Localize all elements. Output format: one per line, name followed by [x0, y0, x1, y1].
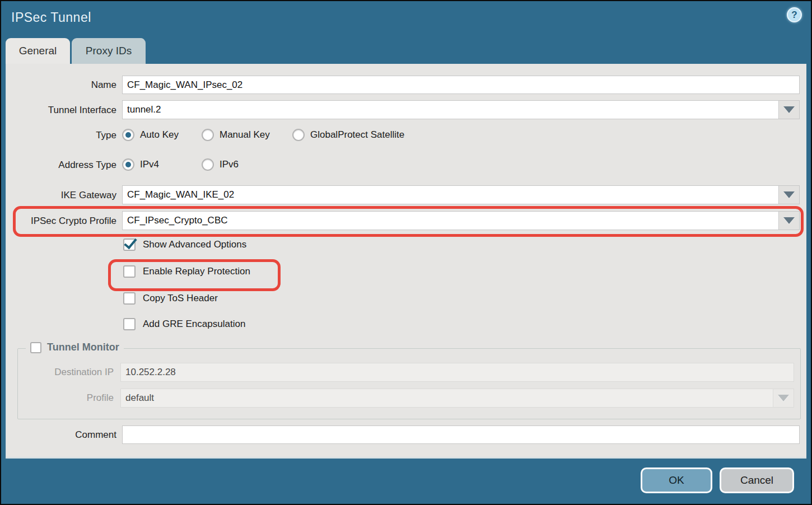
name-input[interactable] [123, 76, 799, 93]
comment-input[interactable] [123, 426, 799, 443]
ipsec-crypto-profile-label: IPSec Crypto Profile [6, 216, 116, 227]
checkbox-add-gre-encapsulation[interactable]: Add GRE Encapsulation [123, 318, 245, 330]
name-label: Name [6, 80, 116, 91]
destination-ip-field: 10.252.2.28 [120, 363, 794, 382]
checkbox-icon [123, 265, 136, 278]
chevron-down-icon [783, 191, 795, 198]
cancel-button-label: Cancel [740, 474, 773, 487]
dialog-titlebar: IPSec Tunnel ? [1, 1, 811, 37]
checkbox-icon [123, 292, 136, 305]
checkbox-icon [30, 342, 41, 353]
ipsec-crypto-profile-dropdown-button[interactable] [778, 212, 799, 230]
profile-dropdown-button [773, 389, 794, 407]
checkbox-enable-replay-protection-label: Enable Replay Protection [143, 266, 250, 277]
name-field-wrap [122, 76, 800, 94]
tunnel-monitor-group: Tunnel Monitor [17, 348, 801, 419]
checkbox-enable-replay-protection[interactable]: Enable Replay Protection [123, 265, 250, 278]
radio-globalprotect-satellite-label: GlobalProtect Satellite [310, 129, 404, 141]
tab-general-label: General [19, 45, 57, 57]
ike-gateway-select[interactable]: CF_Magic_WAN_IKE_02 [122, 185, 800, 204]
checkbox-icon [123, 239, 136, 251]
radio-icon [292, 129, 305, 141]
checkbox-icon [123, 318, 136, 330]
tunnel-interface-label: Tunnel Interface [6, 105, 116, 116]
profile-label: Profile [6, 392, 114, 404]
tab-general[interactable]: General [6, 38, 70, 64]
chevron-down-icon [778, 395, 789, 401]
tab-proxy-ids[interactable]: Proxy IDs [72, 38, 146, 64]
radio-manual-key-label: Manual Key [220, 129, 270, 141]
comment-label: Comment [6, 429, 116, 441]
ipsec-tunnel-dialog: IPSec Tunnel ? General Proxy IDs Name Tu… [0, 0, 812, 505]
radio-icon [122, 158, 134, 171]
profile-select: default [120, 389, 794, 408]
destination-ip-label: Destination IP [6, 367, 114, 378]
profile-value: default [125, 389, 771, 407]
radio-globalprotect-satellite[interactable]: GlobalProtect Satellite [292, 129, 404, 141]
ok-button[interactable]: OK [641, 467, 712, 493]
radio-auto-key-label: Auto Key [140, 129, 179, 141]
chevron-down-icon [783, 106, 795, 113]
ike-gateway-label: IKE Gateway [6, 190, 116, 201]
radio-ipv4-label: IPv4 [140, 159, 159, 170]
general-tab-panel: Name Tunnel Interface tunnel.2 Type Auto… [6, 64, 806, 459]
tunnel-interface-select[interactable]: tunnel.2 [122, 100, 800, 119]
checkbox-show-advanced-options[interactable]: Show Advanced Options [123, 239, 246, 251]
help-icon[interactable]: ? [787, 7, 802, 22]
tab-proxy-ids-label: Proxy IDs [86, 45, 132, 57]
chevron-down-icon [783, 217, 795, 224]
tunnel-interface-dropdown-button[interactable] [778, 101, 799, 119]
ipsec-crypto-profile-select[interactable]: CF_IPsec_Crypto_CBC [122, 211, 800, 230]
tunnel-monitor-label: Tunnel Monitor [47, 342, 119, 353]
radio-ipv6-label: IPv6 [220, 159, 239, 170]
ike-gateway-value: CF_Magic_WAN_IKE_02 [127, 186, 777, 204]
address-type-label: Address Type [6, 160, 116, 171]
checkbox-show-advanced-options-label: Show Advanced Options [143, 239, 246, 250]
checkbox-copy-tos-header[interactable]: Copy ToS Header [123, 292, 218, 305]
ike-gateway-dropdown-button[interactable] [778, 186, 799, 204]
type-label: Type [6, 130, 116, 141]
checkbox-copy-tos-header-label: Copy ToS Header [143, 293, 218, 304]
radio-ipv4[interactable]: IPv4 [122, 158, 159, 171]
radio-manual-key[interactable]: Manual Key [202, 129, 270, 141]
checkbox-tunnel-monitor[interactable]: Tunnel Monitor [26, 342, 124, 353]
radio-auto-key[interactable]: Auto Key [122, 129, 179, 141]
tunnel-interface-value: tunnel.2 [127, 101, 777, 119]
ok-button-label: OK [669, 474, 684, 487]
radio-icon [202, 129, 214, 141]
dialog-title: IPSec Tunnel [11, 10, 91, 25]
radio-icon [122, 129, 134, 141]
ipsec-crypto-profile-value: CF_IPsec_Crypto_CBC [127, 212, 777, 230]
radio-ipv6[interactable]: IPv6 [202, 158, 239, 171]
radio-icon [202, 158, 214, 171]
checkbox-add-gre-encapsulation-label: Add GRE Encapsulation [143, 319, 245, 330]
destination-ip-value: 10.252.2.28 [125, 363, 789, 381]
cancel-button[interactable]: Cancel [720, 467, 794, 493]
dialog-footer: OK Cancel [1, 459, 811, 504]
comment-field-wrap [122, 425, 800, 444]
